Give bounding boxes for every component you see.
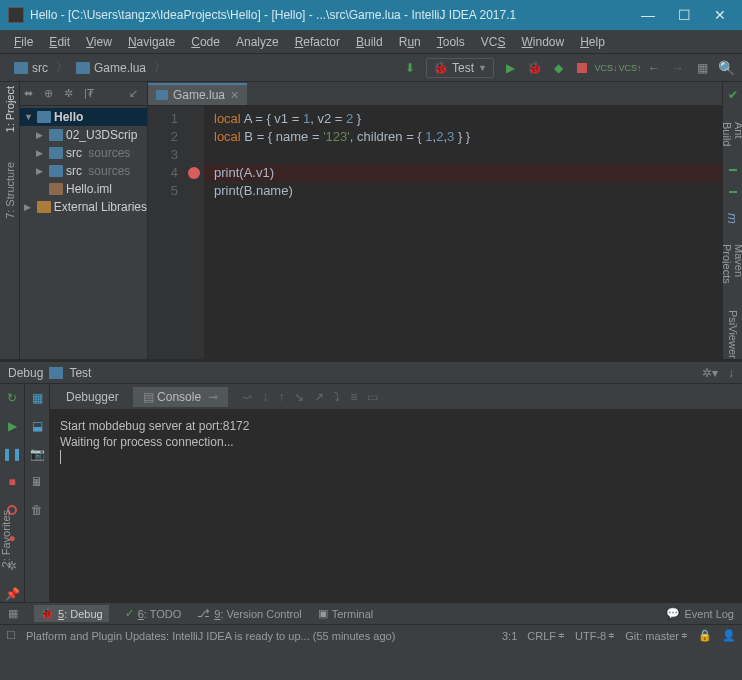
menu-refactor[interactable]: Refactor bbox=[289, 33, 346, 51]
back-button[interactable]: ← bbox=[646, 60, 662, 76]
debugger-tab[interactable]: Debugger bbox=[56, 387, 129, 407]
menu-analyze[interactable]: Analyze bbox=[230, 33, 285, 51]
debug-title: Debug bbox=[8, 366, 43, 380]
stop-button[interactable]: ■ bbox=[4, 474, 20, 490]
search-everywhere-button[interactable]: 🔍 bbox=[718, 60, 734, 76]
menu-run[interactable]: Run bbox=[393, 33, 427, 51]
tree-node[interactable]: ▶src sources bbox=[20, 144, 147, 162]
run-button[interactable]: ▶ bbox=[502, 60, 518, 76]
step-into-icon[interactable]: ↓ bbox=[262, 390, 268, 404]
caret-position[interactable]: 3:1 bbox=[502, 630, 517, 642]
file-encoding[interactable]: UTF-8≑ bbox=[575, 630, 615, 642]
lock-icon[interactable]: 🔒 bbox=[698, 629, 712, 642]
step-out-icon[interactable]: ↑ bbox=[278, 390, 284, 404]
stop-button[interactable] bbox=[574, 60, 590, 76]
external-libraries-node[interactable]: ▶ External Libraries bbox=[20, 198, 147, 216]
run-to-cursor-icon[interactable]: ↘ bbox=[294, 390, 304, 404]
vcs-commit-button[interactable]: VCS↑ bbox=[622, 60, 638, 76]
collapse-icon[interactable]: ⬌ bbox=[24, 87, 38, 101]
target-icon[interactable]: ⊕ bbox=[44, 87, 58, 101]
hide-icon[interactable]: ↙ bbox=[129, 87, 143, 101]
code-editor[interactable]: 12345 local A = { v1 = 1, v2 = 2 }local … bbox=[148, 106, 722, 359]
code-content[interactable]: local A = { v1 = 1, v2 = 2 }local B = { … bbox=[204, 106, 722, 359]
layout-button[interactable]: ▦ bbox=[694, 60, 710, 76]
menu-build[interactable]: Build bbox=[350, 33, 389, 51]
pin-button[interactable]: 📌 bbox=[4, 586, 20, 602]
tree-node[interactable]: Hello.iml bbox=[20, 180, 147, 198]
event-log-tab[interactable]: 💬 Event Log bbox=[666, 607, 734, 620]
clear-button[interactable]: 🗑 bbox=[29, 502, 45, 518]
editor-tab[interactable]: Game.lua ✕ bbox=[148, 83, 247, 105]
maven-tool-button[interactable]: m bbox=[725, 213, 740, 224]
menu-vcs[interactable]: VCS bbox=[475, 33, 512, 51]
todo-bottom-tab[interactable]: ✓ 6: TODO bbox=[125, 607, 182, 620]
terminal-bottom-tab[interactable]: ▣ Terminal bbox=[318, 607, 374, 620]
force-step-icon[interactable]: ⤵ bbox=[334, 390, 340, 404]
hide-icon[interactable]: ↓ bbox=[728, 366, 734, 380]
menu-tools[interactable]: Tools bbox=[431, 33, 471, 51]
project-panel-toolbar: ⬌ ⊕ ✲ |₮ ↙ bbox=[20, 82, 147, 106]
project-tool-button[interactable]: 1: Project bbox=[4, 86, 16, 132]
tab-label: 5: Debug bbox=[58, 608, 103, 620]
maven-tool-label[interactable]: Maven Projects bbox=[721, 244, 743, 291]
tool-windows-icon[interactable]: ▦ bbox=[8, 607, 18, 620]
step-over-icon[interactable]: ⤻ bbox=[242, 390, 252, 404]
forward-button[interactable]: → bbox=[670, 60, 686, 76]
close-tab-icon[interactable]: ✕ bbox=[230, 89, 239, 102]
build-icon[interactable]: ⬇ bbox=[402, 60, 418, 76]
menu-navigate[interactable]: Navigate bbox=[122, 33, 181, 51]
tab-label: Terminal bbox=[332, 608, 374, 620]
rerun-button[interactable]: ↻ bbox=[4, 390, 20, 406]
tab-label: 6: TODO bbox=[138, 608, 182, 620]
snapshot-button[interactable]: 📷 bbox=[29, 446, 45, 462]
frames-button[interactable]: ⬓ bbox=[29, 418, 45, 434]
menu-edit[interactable]: Edit bbox=[43, 33, 76, 51]
psiviewer-tool-button[interactable]: PsiViewer bbox=[727, 310, 739, 359]
debug-panel-header: Debug Test ✲▾ ↓ bbox=[0, 362, 742, 384]
debug-bottom-tab[interactable]: 🐞 5: Debug bbox=[34, 605, 109, 622]
eval-icon[interactable]: ≡ bbox=[350, 390, 357, 404]
maximize-button[interactable]: ☐ bbox=[678, 9, 690, 21]
git-branch[interactable]: Git: master≑ bbox=[625, 630, 688, 642]
gear-icon[interactable]: ✲ bbox=[64, 87, 78, 101]
status-icon[interactable]: ☐ bbox=[6, 629, 16, 642]
vcs-bottom-tab[interactable]: ⎇ 9: Version Control bbox=[197, 607, 301, 620]
status-message[interactable]: Platform and Plugin Updates: IntelliJ ID… bbox=[26, 630, 492, 642]
toggle-icon[interactable]: ▭ bbox=[367, 390, 378, 404]
structure-tool-button[interactable]: 7: Structure bbox=[4, 162, 16, 219]
editor-area: Game.lua ✕ 12345 local A = { v1 = 1, v2 … bbox=[148, 82, 722, 359]
line-separator[interactable]: CRLF≑ bbox=[527, 630, 565, 642]
tree-node[interactable]: ▶02_U3DScrip bbox=[20, 126, 147, 144]
ant-build-tool-button[interactable]: Ant Build bbox=[721, 122, 743, 149]
menu-window[interactable]: Window bbox=[515, 33, 570, 51]
drop-frame-icon[interactable]: ↗ bbox=[314, 390, 324, 404]
gear-icon[interactable]: ✲▾ bbox=[702, 366, 718, 380]
todo-icon: ✓ bbox=[125, 607, 134, 620]
breadcrumb-root[interactable]: src bbox=[8, 59, 54, 77]
pin-tab-icon[interactable]: ⊸ bbox=[208, 390, 218, 404]
console-tab[interactable]: ▤ Console ⊸ bbox=[133, 387, 229, 407]
breakpoint-marker[interactable] bbox=[188, 167, 200, 179]
favorites-tool-button[interactable]: 2: Favorites bbox=[0, 510, 12, 567]
restore-layout-button[interactable]: ▦ bbox=[29, 390, 45, 406]
coverage-button[interactable]: ◆ bbox=[550, 60, 566, 76]
evaluate-button[interactable]: 🖩 bbox=[29, 474, 45, 490]
minimize-button[interactable]: — bbox=[642, 9, 654, 21]
project-root-node[interactable]: ▼ Hello bbox=[20, 108, 147, 126]
pause-button[interactable]: ❚❚ bbox=[4, 446, 20, 462]
breakpoint-gutter[interactable] bbox=[184, 106, 204, 359]
close-button[interactable]: ✕ bbox=[714, 9, 726, 21]
menu-code[interactable]: Code bbox=[185, 33, 226, 51]
menu-view[interactable]: View bbox=[80, 33, 118, 51]
menu-file[interactable]: File bbox=[8, 33, 39, 51]
vcs-update-button[interactable]: VCS↓ bbox=[598, 60, 614, 76]
hector-icon[interactable]: 👤 bbox=[722, 629, 736, 642]
menu-help[interactable]: Help bbox=[574, 33, 611, 51]
debug-button[interactable]: 🐞 bbox=[526, 60, 542, 76]
tree-node[interactable]: ▶src sources bbox=[20, 162, 147, 180]
run-configuration-selector[interactable]: 🐞 Test ▼ bbox=[426, 58, 494, 78]
console-output[interactable]: Start mobdebug server at port:8172Waitin… bbox=[50, 410, 742, 602]
resume-button[interactable]: ▶ bbox=[4, 418, 20, 434]
breadcrumb-file[interactable]: Game.lua bbox=[70, 59, 152, 77]
sort-icon[interactable]: |₮ bbox=[84, 87, 98, 101]
